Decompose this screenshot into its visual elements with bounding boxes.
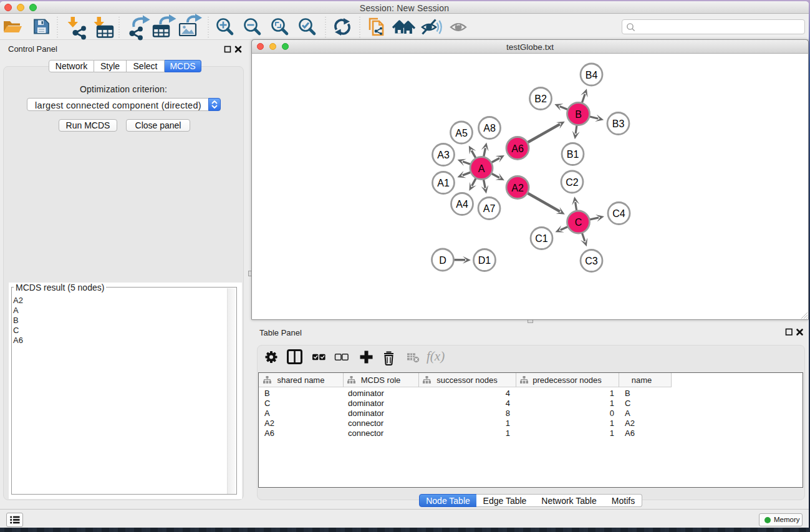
svg-text:C: C: [575, 217, 582, 228]
svg-text:A6: A6: [511, 143, 524, 154]
svg-text:D1: D1: [478, 255, 491, 266]
svg-text:C2: C2: [566, 177, 579, 188]
svg-text:B1: B1: [567, 149, 579, 160]
svg-text:B3: B3: [612, 118, 625, 129]
svg-text:A5: A5: [455, 128, 468, 138]
svg-text:B4: B4: [586, 70, 598, 80]
svg-text:A4: A4: [456, 199, 468, 210]
svg-text:A7: A7: [483, 203, 496, 214]
svg-text:A3: A3: [437, 150, 450, 160]
svg-text:B: B: [575, 109, 582, 120]
svg-text:A1: A1: [437, 178, 450, 188]
svg-text:A8: A8: [483, 123, 496, 133]
svg-text:A: A: [478, 163, 485, 174]
svg-text:C4: C4: [612, 208, 625, 219]
svg-text:A2: A2: [511, 183, 524, 193]
svg-text:D: D: [439, 255, 446, 266]
svg-text:C3: C3: [585, 256, 598, 266]
svg-text:B2: B2: [534, 94, 547, 104]
svg-text:C1: C1: [535, 233, 548, 244]
